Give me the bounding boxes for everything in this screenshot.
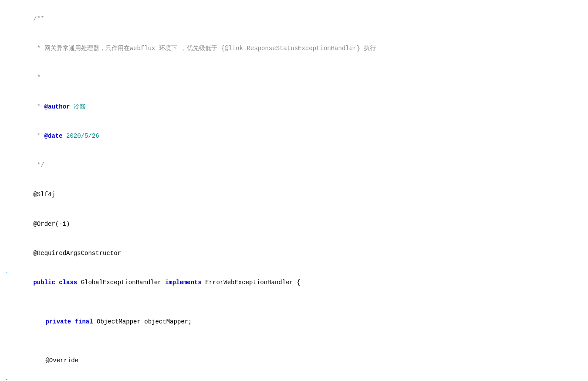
line-8: @Order(-1)	[0, 209, 588, 238]
line-content-9: @RequiredArgsConstructor	[11, 238, 585, 268]
line-content-15: public Mono<Void> handle(ServerWebExchan…	[11, 375, 585, 381]
gutter-15: -	[3, 375, 10, 381]
line-content-14: @Override	[11, 346, 585, 375]
line-6: */	[0, 151, 588, 180]
line-15: - public Mono<Void> handle(ServerWebExch…	[0, 375, 588, 381]
line-4: * @author 冷酱	[0, 92, 588, 122]
line-content-11	[11, 297, 585, 307]
line-3: *	[0, 63, 588, 92]
line-2: * 网关异常通用处理器，只作用在webflux 环境下 ，优先级低于 {@lin…	[0, 34, 588, 63]
line-content-3: *	[11, 63, 585, 92]
line-content-7: @Slf4j	[11, 180, 585, 209]
line-7: @Slf4j	[0, 180, 588, 209]
line-10: - public class GlobalExceptionHandler im…	[0, 268, 588, 297]
line-5: * @date 2020/5/26	[0, 122, 588, 151]
gutter-10: -	[3, 268, 10, 277]
line-content-10: public class GlobalExceptionHandler impl…	[11, 268, 585, 297]
line-content-12: private final ObjectMapper objectMapper;	[11, 307, 585, 336]
code-viewer: /** * 网关异常通用处理器，只作用在webflux 环境下 ，优先级低于 {…	[0, 0, 588, 381]
line-content-4: * @author 冷酱	[11, 92, 585, 122]
line-14: @Override	[0, 346, 588, 375]
line-12: private final ObjectMapper objectMapper;	[0, 307, 588, 336]
line-content-13	[11, 336, 585, 346]
line-11	[0, 297, 588, 307]
line-1: /**	[0, 4, 588, 34]
line-content-6: */	[11, 151, 585, 180]
line-9: @RequiredArgsConstructor	[0, 238, 588, 268]
line-content-1: /**	[11, 4, 585, 34]
line-content-2: * 网关异常通用处理器，只作用在webflux 环境下 ，优先级低于 {@lin…	[11, 34, 585, 63]
line-content-8: @Order(-1)	[11, 209, 585, 238]
line-content-5: * @date 2020/5/26	[11, 122, 585, 151]
line-13	[0, 336, 588, 346]
